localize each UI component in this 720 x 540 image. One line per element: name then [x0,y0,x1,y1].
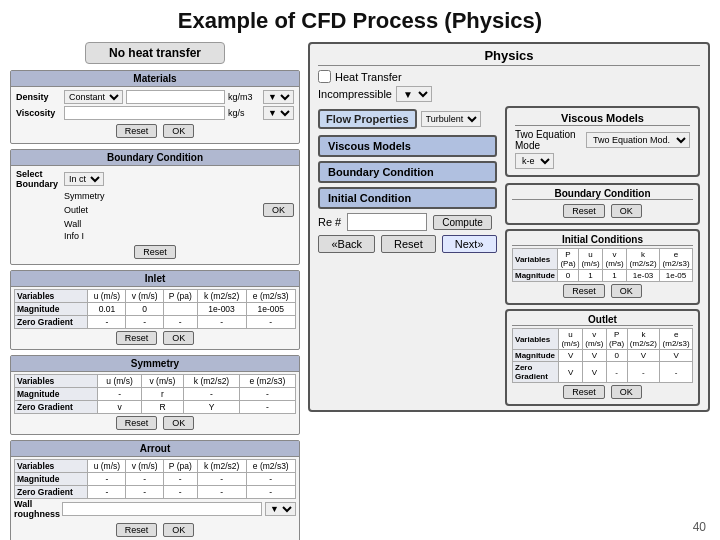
sym-zero-4: - [239,401,295,414]
initial-condition-btn[interactable]: Initial Condition [318,187,497,209]
heat-transfer-checkbox[interactable] [318,70,331,83]
inlet-mag-1: 0.01 [88,303,126,316]
viscous-models-title: Viscous Models [515,112,690,126]
arrout-table: Variables u (m/s) v (m/s) P (pa) k (m2/s… [14,459,296,499]
re-label: Re # [318,216,341,228]
outlet-col5: e (m2/s3) [660,329,693,350]
bc-reset-btn[interactable]: Reset [134,245,176,259]
viscosity-value[interactable]: 0.1FFE-005 [64,106,225,120]
arrout-mag-3: - [163,473,197,486]
inlet-ok-btn[interactable]: OK [163,331,194,345]
outlet-col1: u (m/s) [559,329,583,350]
inlet-title: Inlet [11,271,299,287]
bc-ok-btn[interactable]: OK [263,203,294,217]
ic-col3: v (m/s) [603,249,627,270]
inlet-zero-1: - [88,316,126,329]
two-eq-label: Two Equation Mode [515,129,582,151]
incompressible-select[interactable]: ▼ [396,86,432,102]
ic-mag-4: 1e-03 [627,270,660,282]
arrout-reset-btn[interactable]: Reset [116,523,158,537]
sym-reset-btn[interactable]: Reset [116,416,158,430]
sym-col3: k (m2/s2) [184,375,240,388]
viscosity-label: Viscosity [16,108,61,118]
arrout-mag-4: - [197,473,246,486]
inlet-reset-btn[interactable]: Reset [116,331,158,345]
ic-ok-btn[interactable]: OK [611,284,642,298]
ic-mag-3: 1 [603,270,627,282]
inlet-zero-5: - [246,316,295,329]
sym-ok-btn[interactable]: OK [163,416,194,430]
re-input[interactable]: 142860 [347,213,427,231]
back-btn[interactable]: «Back [318,235,375,253]
density-unit: kg/m3 [228,92,260,102]
two-eq-select[interactable]: Two Equation Mod. [586,132,690,148]
sym-mag-4: - [239,388,295,401]
ic-mag-5: 1e-05 [660,270,693,282]
symmetry-title: Symmetry [11,356,299,372]
boundary-condition-btn[interactable]: Boundary Condition [318,161,497,183]
ke-row: k-e [515,153,690,169]
bc-subbox-reset-btn[interactable]: Reset [563,204,605,218]
sym-mag-3: - [184,388,240,401]
outlet-zero-4: - [627,362,660,383]
viscous-models-btn[interactable]: Viscous Models [318,135,497,157]
inlet-zero-3: - [163,316,197,329]
sym-zero-2: R [141,401,184,414]
reset-btn[interactable]: Reset [381,235,436,253]
bc-subbox-ok-btn[interactable]: OK [611,204,642,218]
arrout-mag-5: - [246,473,295,486]
compute-btn[interactable]: Compute [433,215,492,230]
arrout-mag-1: - [88,473,126,486]
outlet-zero-2: V [582,362,606,383]
bc-subbox-title: Boundary Condition [512,188,693,200]
ic-subbox-title: Initial Conditions [512,234,693,246]
wall-roughness-input[interactable]: 0.007 [62,502,262,516]
ic-mag-label: Magnitude [513,270,558,282]
outlet-reset-btn[interactable]: Reset [563,385,605,399]
outlet-col3: P (Pa) [606,329,627,350]
ic-reset-btn[interactable]: Reset [563,284,605,298]
ke-select[interactable]: k-e [515,153,554,169]
inlet-zero-label: Zero Gradient [15,316,88,329]
arrout-panel: Arrout Variables u (m/s) v (m/s) P (pa) … [10,440,300,540]
outlet-zero-label: Zero Gradient [513,362,559,383]
select-boundary-select[interactable]: In ct [64,172,104,186]
symmetry-label: Symmetry [64,191,105,201]
density-select[interactable]: Constant [64,90,123,104]
ic-var-header: Variables [513,249,558,270]
flow-select[interactable]: Turbulent [421,111,481,127]
arrout-mag-label: Magnitude [15,473,88,486]
ic-table: Variables P (Pa) u (m/s) v (m/s) k (m2/s… [512,248,693,282]
density-value[interactable]: 1.1985 [126,90,225,104]
viscosity-unit-select[interactable]: ▼ [263,106,294,120]
inlet-mag-4: 1e-003 [197,303,246,316]
sym-var-header: Variables [15,375,98,388]
arrout-ok-btn[interactable]: OK [163,523,194,537]
materials-panel: Materials Density Constant 1.1985 kg/m3 … [10,70,300,144]
inlet-mag-label: Magnitude [15,303,88,316]
density-unit-select[interactable]: ▼ [263,90,294,104]
incompressible-label: Incompressible [318,88,392,100]
sym-col2: v (m/s) [141,375,184,388]
arrout-mag-2: - [126,473,163,486]
arrout-zero-2: - [126,486,163,499]
viscous-models-panel: Viscous Models Two Equation Mode Two Equ… [505,106,700,177]
flow-properties-btn[interactable]: Flow Properties [318,109,417,129]
arrout-title: Arrout [11,441,299,457]
arrout-col4: k (m2/s2) [197,460,246,473]
arrout-col3: P (pa) [163,460,197,473]
materials-reset-btn[interactable]: Reset [116,124,158,138]
outlet-ok-btn[interactable]: OK [611,385,642,399]
wall-roughness-unit[interactable]: ▼ [265,502,296,516]
outlet-col2: v (m/s) [582,329,606,350]
re-row: Re # 142860 Compute [318,213,497,231]
arrout-zero-4: - [197,486,246,499]
sym-zero-label: Zero Gradient [15,401,98,414]
outlet-mag-2: V [582,350,606,362]
materials-ok-btn[interactable]: OK [163,124,194,138]
inlet-mag-5: 1e-005 [246,303,295,316]
next-btn[interactable]: Next» [442,235,497,253]
density-label: Density [16,92,61,102]
inlet-zero-2: - [126,316,163,329]
inlet-mag-3 [163,303,197,316]
